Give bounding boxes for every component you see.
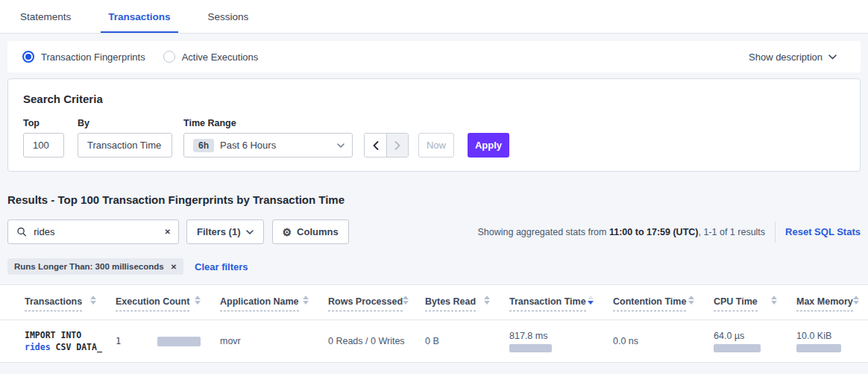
tab-statements-label: Statements — [20, 11, 71, 22]
cpu-time-bar — [714, 344, 761, 352]
chevron-right-icon — [394, 141, 400, 150]
top-select-value: 100 — [33, 140, 49, 151]
column-label: Transactions — [25, 296, 82, 311]
cell-transaction-fingerprint[interactable]: IMPORT INTO rides CSV DATA_ — [25, 329, 116, 353]
columns-button[interactable]: ⚙ Columns — [272, 219, 349, 244]
search-box: ✕ — [7, 219, 179, 244]
sql-line-2: rides CSV DATA_ — [25, 341, 116, 353]
results-heading: Results - Top 100 Transaction Fingerprin… — [7, 193, 861, 206]
filters-button[interactable]: Filters (1) — [186, 219, 264, 244]
cell-max-memory: 10.0 KiB — [796, 331, 861, 352]
cell-application-name: movr — [220, 336, 328, 346]
clear-search-icon[interactable]: ✕ — [165, 228, 171, 236]
max-memory-value: 10.0 KiB — [796, 331, 861, 341]
column-label: Bytes Read — [425, 296, 476, 311]
execution-count-bar — [157, 337, 201, 346]
column-header-rows-processed[interactable]: Rows Processed — [328, 296, 425, 320]
chevron-down-icon — [337, 143, 345, 148]
radio-active-executions[interactable]: Active Executions — [163, 51, 259, 63]
column-label: Contention Time — [613, 296, 686, 311]
execution-count-value: 1 — [116, 336, 157, 346]
column-label: CPU Time — [714, 296, 758, 311]
time-range-field: Time Range 6h Past 6 Hours — [183, 118, 353, 158]
table-row[interactable]: IMPORT INTO rides CSV DATA_ 1 movr 0 Rea… — [0, 320, 868, 362]
sort-icon — [771, 296, 777, 305]
column-header-transaction-time[interactable]: Transaction Time — [509, 296, 613, 320]
top-label: Top — [23, 118, 64, 128]
next-time-range-button[interactable] — [386, 134, 408, 157]
results-toolbar: ✕ Filters (1) ⚙ Columns Showing aggregat… — [7, 219, 861, 244]
radio-transaction-fingerprints[interactable]: Transaction Fingerprints — [22, 51, 145, 63]
clear-filters-link[interactable]: Clear filters — [195, 261, 248, 272]
now-button[interactable]: Now — [418, 133, 454, 158]
page-content: Transaction Fingerprints Active Executio… — [0, 41, 868, 363]
tab-statements[interactable]: Statements — [13, 0, 78, 33]
view-toggle-bar: Transaction Fingerprints Active Executio… — [7, 41, 861, 72]
previous-time-range-button[interactable] — [365, 134, 386, 157]
stats-time-range: 11:00 to 17:59 (UTC) — [609, 227, 698, 237]
column-label: Application Name — [220, 296, 299, 311]
chevron-left-icon — [373, 141, 379, 150]
column-label: Max Memory — [796, 296, 853, 311]
search-icon — [17, 227, 26, 237]
by-field: By Transaction Time — [78, 118, 172, 158]
sort-icon — [195, 296, 201, 305]
column-header-contention-time[interactable]: Contention Time — [613, 296, 714, 320]
filter-chip: Runs Longer Than: 300 milliseconds ✕ — [7, 258, 183, 275]
max-memory-bar — [796, 344, 841, 352]
sort-icon — [484, 296, 490, 305]
transaction-time-bar — [509, 344, 552, 352]
active-filters-row: Runs Longer Than: 300 milliseconds ✕ Cle… — [7, 258, 861, 275]
column-header-transactions[interactable]: Transactions — [25, 296, 116, 320]
time-range-select[interactable]: 6h Past 6 Hours — [183, 133, 353, 158]
by-select[interactable]: Transaction Time — [78, 133, 172, 158]
time-range-value: Past 6 Hours — [220, 140, 331, 151]
gear-icon: ⚙ — [283, 227, 292, 237]
show-description-label: Show description — [749, 52, 823, 63]
search-criteria-title: Search Criteria — [23, 93, 845, 105]
apply-button[interactable]: Apply — [468, 133, 509, 158]
column-label: Transaction Time — [509, 296, 586, 311]
table-header-row: Transactions Execution Count Application… — [0, 285, 868, 320]
column-header-cpu-time[interactable]: CPU Time — [714, 296, 796, 320]
sort-icon — [853, 296, 859, 305]
chevron-down-icon — [55, 143, 56, 148]
remove-filter-icon[interactable]: ✕ — [171, 263, 177, 271]
radio-active-executions-label: Active Executions — [182, 52, 259, 63]
sort-icon — [688, 296, 694, 305]
column-header-bytes-read[interactable]: Bytes Read — [425, 296, 509, 320]
column-header-application-name[interactable]: Application Name — [220, 296, 328, 320]
by-select-value: Transaction Time — [87, 140, 161, 151]
sql-line-1: IMPORT INTO — [25, 329, 116, 341]
filters-button-label: Filters (1) — [197, 226, 241, 237]
cell-transaction-time: 817.8 ms — [509, 331, 613, 352]
sort-icon — [90, 296, 96, 305]
time-range-arrows — [364, 133, 409, 158]
cell-rows-processed: 0 Reads / 0 Writes — [328, 336, 425, 346]
column-header-execution-count[interactable]: Execution Count — [116, 296, 220, 320]
search-criteria-panel: Search Criteria Top 100 By Transaction T… — [7, 78, 861, 172]
tab-transactions[interactable]: Transactions — [101, 0, 177, 33]
cell-execution-count: 1 — [116, 336, 220, 346]
cpu-time-value: 64.0 µs — [714, 331, 796, 341]
column-label: Execution Count — [116, 296, 189, 311]
cell-bytes-read: 0 B — [425, 336, 509, 346]
cell-cpu-time: 64.0 µs — [714, 331, 796, 352]
transactions-page: Statements Transactions Sessions Transac… — [0, 0, 868, 363]
top-select[interactable]: 100 — [23, 133, 64, 158]
transaction-link[interactable]: rides — [25, 342, 51, 352]
sort-icon — [303, 296, 309, 305]
tab-transactions-label: Transactions — [108, 11, 170, 22]
tab-sessions[interactable]: Sessions — [201, 0, 257, 33]
aggregated-stats-text: Showing aggregated stats from 11:00 to 1… — [477, 227, 765, 237]
show-description-toggle[interactable]: Show description — [749, 52, 846, 63]
filter-chip-label: Runs Longer Than: 300 milliseconds — [14, 262, 164, 271]
reset-sql-stats-link[interactable]: Reset SQL Stats — [785, 226, 861, 237]
results-table: Transactions Execution Count Application… — [0, 284, 868, 363]
search-input[interactable] — [32, 225, 158, 238]
column-header-max-memory[interactable]: Max Memory — [796, 296, 862, 320]
stats-prefix: Showing aggregated stats from — [477, 227, 609, 237]
radio-transaction-fingerprints-label: Transaction Fingerprints — [41, 52, 145, 63]
sort-icon — [403, 296, 409, 305]
sql-line-2-rest: CSV DATA_ — [51, 342, 102, 352]
